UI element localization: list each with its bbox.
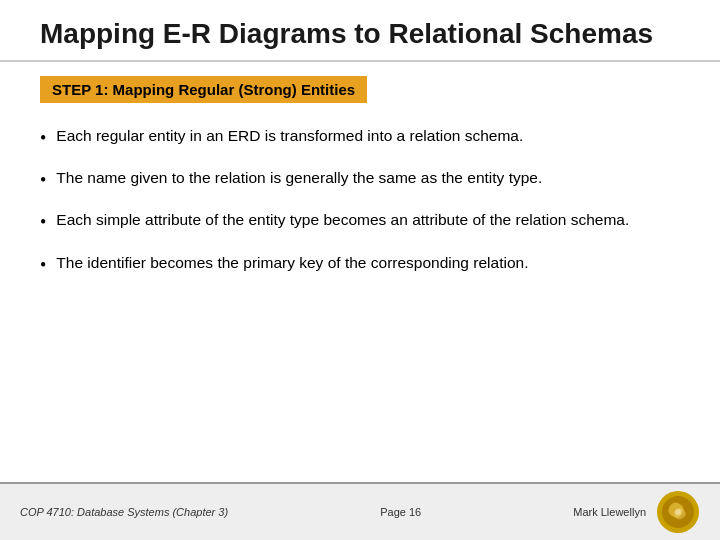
footer-logo <box>656 490 700 534</box>
bullet-text-2: The name given to the relation is genera… <box>56 167 542 189</box>
footer-text-area: COP 4710: Database Systems (Chapter 3) P… <box>20 506 656 518</box>
svg-point-2 <box>675 509 681 515</box>
bullet-dot-1: • <box>40 126 46 151</box>
slide: Mapping E-R Diagrams to Relational Schem… <box>0 0 720 540</box>
bullet-item-1: • Each regular entity in an ERD is trans… <box>40 117 680 159</box>
bullet-dot-2: • <box>40 168 46 193</box>
footer-right: Mark Llewellyn <box>573 506 646 518</box>
footer-center: Page 16 <box>380 506 421 518</box>
footer-left: COP 4710: Database Systems (Chapter 3) <box>20 506 228 518</box>
bullet-item-2: • The name given to the relation is gene… <box>40 159 680 201</box>
bullet-item-4: • The identifier becomes the primary key… <box>40 244 680 286</box>
bullet-item-3: • Each simple attribute of the entity ty… <box>40 201 680 243</box>
step-box-label: STEP 1: Mapping Regular (Strong) Entitie… <box>40 76 367 103</box>
slide-title: Mapping E-R Diagrams to Relational Schem… <box>40 18 653 49</box>
slide-footer: COP 4710: Database Systems (Chapter 3) P… <box>0 482 720 540</box>
bullet-text-4: The identifier becomes the primary key o… <box>56 252 528 274</box>
bullet-dot-3: • <box>40 210 46 235</box>
bullet-text-1: Each regular entity in an ERD is transfo… <box>56 125 523 147</box>
bullet-text-3: Each simple attribute of the entity type… <box>56 209 629 231</box>
bullet-list: • Each regular entity in an ERD is trans… <box>40 117 680 286</box>
slide-body: STEP 1: Mapping Regular (Strong) Entitie… <box>0 62 720 482</box>
slide-header: Mapping E-R Diagrams to Relational Schem… <box>0 0 720 62</box>
bullet-dot-4: • <box>40 253 46 278</box>
